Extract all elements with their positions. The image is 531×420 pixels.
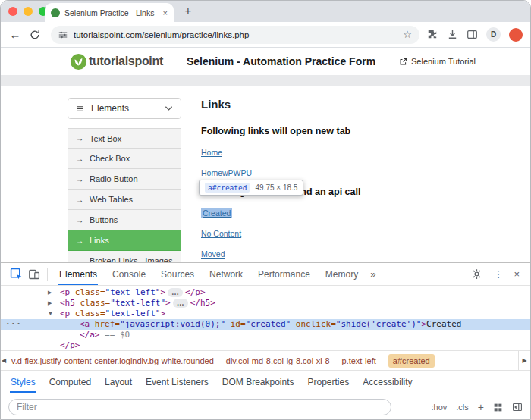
code-line[interactable]: ▶<p class="text-left">…</p> bbox=[1, 287, 530, 298]
code-token: <p bbox=[60, 309, 70, 318]
inspect-element-icon[interactable] bbox=[7, 265, 25, 284]
profile-avatar[interactable]: D bbox=[486, 27, 501, 42]
extensions-icon[interactable] bbox=[427, 29, 438, 40]
code-line[interactable]: ▶<h5 class="text-left">…</h5> bbox=[1, 298, 530, 309]
grid-overlay-icon[interactable] bbox=[493, 403, 503, 412]
link-row: Moved bbox=[201, 246, 530, 260]
sidebar-item-links[interactable]: →Links bbox=[68, 230, 181, 251]
breadcrumb-item-div-col-md-8-col-lg-8-col-xl-8[interactable]: div.col-md-8.col-lg-8.col-xl-8 bbox=[226, 356, 330, 365]
browser-tab[interactable]: Selenium Practice - Links × bbox=[45, 3, 174, 22]
tab-title: Selenium Practice - Links bbox=[64, 8, 159, 17]
styles-tab-styles[interactable]: Styles bbox=[4, 371, 42, 393]
code-token: class= bbox=[75, 298, 110, 308]
expand-node-icon[interactable]: ▶ bbox=[48, 298, 52, 309]
breadcrumb-item-v-d-flex-justify-content-center-logindiv-bg-white-rounded[interactable]: v.d-flex.justify-content-center.logindiv… bbox=[11, 356, 214, 365]
devtools-tab-elements[interactable]: Elements bbox=[52, 263, 105, 285]
tab-close-icon[interactable]: × bbox=[163, 8, 168, 17]
new-style-rule-button[interactable]: + bbox=[478, 401, 484, 413]
code-token: Created bbox=[426, 319, 461, 329]
devtools-close-icon[interactable]: × bbox=[514, 268, 520, 280]
device-toolbar-icon[interactable] bbox=[25, 265, 43, 284]
line-overflow-menu-icon[interactable]: ··· bbox=[5, 319, 21, 330]
breadcrumb-scroll-left-icon[interactable]: ◀ bbox=[2, 357, 6, 364]
arrow-right-icon: → bbox=[76, 175, 83, 183]
sidebar-item-check-box[interactable]: →Check Box bbox=[68, 149, 181, 169]
collapse-node-icon[interactable]: ▼ bbox=[48, 309, 53, 319]
devtools-tab-performance[interactable]: Performance bbox=[250, 263, 318, 285]
settings-gear-icon[interactable] bbox=[471, 268, 482, 280]
devtools-tab-memory[interactable]: Memory bbox=[318, 263, 366, 285]
devtools-menu-icon[interactable]: ⋮ bbox=[493, 268, 503, 280]
page-link-moved[interactable]: Moved bbox=[201, 249, 225, 259]
page-link-created[interactable]: Created bbox=[201, 208, 232, 218]
new-tab-button[interactable]: + bbox=[181, 4, 195, 17]
breadcrumb-item-p-text-left[interactable]: p.text-left bbox=[342, 356, 376, 365]
code-line[interactable]: </p> bbox=[1, 340, 530, 350]
tutorial-link-label: Selenium Tutorial bbox=[411, 57, 476, 66]
toggle-element-classes-button[interactable]: .cls bbox=[456, 403, 469, 412]
back-icon[interactable]: ← bbox=[8, 28, 22, 41]
dock-panel-icon[interactable] bbox=[512, 402, 523, 412]
close-window-button[interactable] bbox=[8, 7, 17, 16]
selenium-tutorial-link[interactable]: Selenium Tutorial bbox=[399, 57, 476, 66]
tab-strip: Selenium Practice - Links × + bbox=[1, 1, 530, 22]
reload-icon[interactable] bbox=[30, 30, 43, 40]
url-text[interactable]: tutorialspoint.com/selenium/practice/lin… bbox=[74, 30, 397, 39]
bookmark-star-icon[interactable]: ☆ bbox=[403, 29, 412, 40]
sidebar-item-buttons[interactable]: →Buttons bbox=[68, 210, 181, 230]
code-token: </a> bbox=[80, 330, 100, 340]
chrome-menu-button[interactable] bbox=[509, 28, 523, 42]
devtools-tabbar: ElementsConsoleSourcesNetworkPerformance… bbox=[1, 263, 530, 286]
expand-node-icon[interactable]: ▶ bbox=[48, 287, 52, 298]
new-tab-links-section: Following links will open new tab HomeHo… bbox=[201, 126, 530, 179]
styles-tab-properties[interactable]: Properties bbox=[301, 371, 357, 393]
link-row: Home bbox=[201, 145, 530, 158]
page-link-home[interactable]: Home bbox=[201, 148, 222, 157]
styles-tab-accessibility[interactable]: Accessibility bbox=[356, 371, 419, 393]
devtools-tab-network[interactable]: Network bbox=[202, 263, 250, 285]
code-token: "text-left" bbox=[105, 309, 161, 318]
external-link-icon bbox=[399, 58, 407, 66]
page-link-no-content[interactable]: No Content bbox=[201, 229, 241, 238]
code-token: class= bbox=[70, 309, 105, 318]
code-line[interactable]: </a> == $0 bbox=[1, 330, 530, 340]
sidebar-item-label: Links bbox=[90, 236, 109, 245]
browser-window: Selenium Practice - Links × + ← tutorial… bbox=[0, 0, 531, 420]
sidebar-item-radio-button[interactable]: →Radio Button bbox=[68, 169, 181, 190]
arrow-right-icon: → bbox=[76, 196, 83, 204]
code-line[interactable]: ▼<p class="text-left"> bbox=[1, 309, 530, 319]
sidebar-item-text-box[interactable]: →Text Box bbox=[68, 128, 181, 149]
address-bar[interactable]: tutorialspoint.com/selenium/practice/lin… bbox=[51, 26, 419, 44]
styles-toolbar: :hov .cls + bbox=[432, 401, 523, 413]
more-tabs-icon[interactable]: » bbox=[366, 268, 380, 280]
breadcrumb-scroll-right-icon[interactable]: ▶ bbox=[518, 351, 530, 370]
styles-filter-input[interactable] bbox=[8, 399, 391, 415]
split-view-icon[interactable] bbox=[467, 29, 478, 40]
styles-tab-dom-breakpoints[interactable]: DOM Breakpoints bbox=[215, 371, 301, 393]
tab-favicon-icon bbox=[51, 8, 60, 17]
page-link-homewpwpu[interactable]: HomewPWPU bbox=[201, 168, 252, 177]
devtools-tab-sources[interactable]: Sources bbox=[153, 263, 202, 285]
site-settings-icon[interactable] bbox=[58, 30, 68, 39]
breadcrumb-item-a-created[interactable]: a#created bbox=[388, 354, 435, 368]
toggle-pseudo-state-button[interactable]: :hov bbox=[432, 403, 448, 412]
styles-tab-event-listeners[interactable]: Event Listeners bbox=[139, 371, 215, 393]
tooltip-dimensions: 49.75 × 18.5 bbox=[255, 183, 297, 192]
code-token: </h5> bbox=[190, 298, 215, 308]
sidebar-item-label: Text Box bbox=[90, 134, 121, 143]
styles-tab-layout[interactable]: Layout bbox=[98, 371, 139, 393]
toolbar-actions: D bbox=[427, 27, 523, 42]
sidebar-item-broken-links-images[interactable]: →Broken Links - Images bbox=[68, 251, 181, 262]
devtools-panel: ElementsConsoleSourcesNetworkPerformance… bbox=[1, 262, 530, 420]
code-token: > bbox=[165, 298, 171, 308]
download-icon[interactable] bbox=[447, 29, 458, 40]
page-title: Selenium - Automation Practice Form bbox=[163, 55, 399, 67]
devtools-tab-console[interactable]: Console bbox=[105, 263, 153, 285]
styles-tab-computed[interactable]: Computed bbox=[42, 371, 98, 393]
minimize-window-button[interactable] bbox=[24, 7, 33, 16]
code-line[interactable]: ···<a href="javascript:void(0);" id="cre… bbox=[1, 319, 530, 330]
links-heading: Links bbox=[201, 98, 530, 111]
elements-dropdown[interactable]: Elements bbox=[68, 98, 181, 119]
sidebar-item-web-tables[interactable]: →Web Tables bbox=[68, 190, 181, 210]
tutorialspoint-logo[interactable]: tutorialspoint bbox=[71, 54, 163, 70]
